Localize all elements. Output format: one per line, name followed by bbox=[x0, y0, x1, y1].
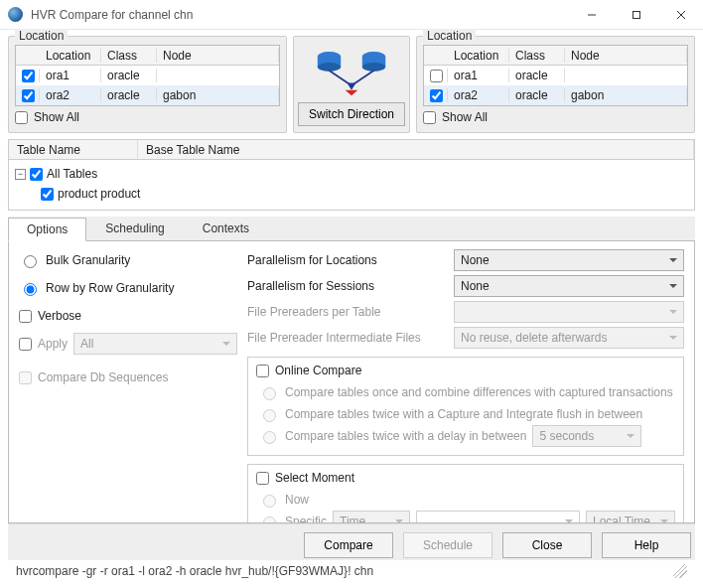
location-source-group: Location Location Class Node ora1 oracle… bbox=[8, 36, 287, 133]
svg-point-9 bbox=[362, 63, 385, 72]
oc-opt2-label: Compare tables twice with a Capture and … bbox=[285, 407, 642, 421]
location-source-row-check[interactable] bbox=[22, 89, 35, 102]
switch-direction-button[interactable]: Switch Direction bbox=[298, 102, 405, 126]
sm-tz-combo: Local Time bbox=[586, 511, 675, 523]
location-target-row[interactable]: ora2 oracle gabon bbox=[424, 85, 687, 105]
tab-options[interactable]: Options bbox=[8, 218, 86, 241]
location-source-showall-check[interactable] bbox=[15, 111, 28, 124]
minimize-button[interactable] bbox=[569, 0, 614, 29]
compare-db-seq-check bbox=[19, 371, 32, 384]
location-target-row-check[interactable] bbox=[430, 89, 443, 102]
file-prereaders-label: File Prereaders per Table bbox=[247, 305, 446, 319]
maximize-button[interactable] bbox=[614, 0, 658, 29]
file-prereader-int-label: File Prereader Intermediate Files bbox=[247, 331, 446, 345]
location-target-group: Location Location Class Node ora1 oracle… bbox=[416, 36, 695, 133]
command-line-bar: hvrcompare -gr -r ora1 -l ora2 -h oracle… bbox=[8, 560, 695, 584]
file-prereader-int-combo: No reuse, delete afterwards bbox=[454, 327, 684, 349]
location-target-showall-label: Show All bbox=[442, 110, 488, 124]
table-tree-root[interactable]: − All Tables bbox=[15, 164, 688, 184]
sm-now-label: Now bbox=[285, 493, 309, 507]
col-header-base-table[interactable]: Base Table Name bbox=[138, 140, 694, 159]
svg-line-11 bbox=[352, 71, 374, 84]
sm-time-combo: Time bbox=[333, 511, 410, 523]
online-compare-group: Online Compare Compare tables once and c… bbox=[247, 357, 684, 456]
help-button[interactable]: Help bbox=[602, 532, 691, 558]
tab-scheduling[interactable]: Scheduling bbox=[86, 217, 183, 240]
location-target-row[interactable]: ora1 oracle bbox=[424, 66, 687, 85]
location-source-legend: Location bbox=[15, 29, 68, 43]
verbose-label: Verbose bbox=[38, 309, 81, 323]
location-target-grid[interactable]: Location Class Node ora1 oracle ora2 ora… bbox=[423, 45, 688, 106]
location-source-row-check[interactable] bbox=[22, 70, 35, 82]
apply-label: Apply bbox=[38, 337, 68, 351]
close-button[interactable] bbox=[658, 0, 703, 29]
col-header-node[interactable]: Node bbox=[565, 49, 687, 63]
verbose-check[interactable] bbox=[19, 310, 32, 323]
parallelism-locations-label: Parallelism for Locations bbox=[247, 253, 446, 267]
tab-contexts[interactable]: Contexts bbox=[184, 217, 268, 240]
svg-point-6 bbox=[318, 63, 341, 72]
resize-grip-icon[interactable] bbox=[673, 564, 687, 578]
sm-now-radio bbox=[263, 495, 276, 508]
location-target-legend: Location bbox=[423, 29, 476, 43]
select-moment-group: Select Moment Now Specific Time Local Ti… bbox=[247, 464, 684, 523]
direction-diagram-icon bbox=[298, 43, 405, 98]
oc-opt2-radio bbox=[263, 409, 276, 422]
apply-check[interactable] bbox=[19, 338, 32, 351]
location-source-row[interactable]: ora1 oracle bbox=[16, 66, 279, 85]
select-moment-label: Select Moment bbox=[275, 471, 354, 485]
bulk-granularity-label: Bulk Granularity bbox=[46, 253, 130, 267]
tables-panel: Table Name Base Table Name − All Tables … bbox=[8, 139, 695, 211]
app-icon bbox=[8, 7, 23, 22]
oc-opt3-radio bbox=[263, 431, 276, 444]
compare-button[interactable]: Compare bbox=[304, 532, 393, 558]
online-compare-check[interactable] bbox=[256, 365, 269, 377]
tree-collapse-icon[interactable]: − bbox=[15, 169, 26, 180]
sm-specific-label: Specific bbox=[285, 514, 327, 523]
parallelism-locations-combo[interactable]: None bbox=[454, 249, 684, 271]
oc-opt1-label: Compare tables once and combine differen… bbox=[285, 385, 673, 399]
row-granularity-label: Row by Row Granularity bbox=[46, 281, 174, 295]
svg-rect-1 bbox=[633, 11, 639, 18]
parallelism-sessions-label: Parallelism for Sessions bbox=[247, 279, 446, 293]
table-tree-root-check[interactable] bbox=[30, 168, 43, 181]
svg-line-10 bbox=[330, 71, 352, 84]
online-compare-label: Online Compare bbox=[275, 364, 361, 377]
location-target-row-check[interactable] bbox=[430, 70, 443, 82]
titlebar: HVR Compare for channel chn bbox=[0, 0, 703, 30]
location-source-row[interactable]: ora2 oracle gabon bbox=[16, 85, 279, 105]
svg-marker-12 bbox=[348, 83, 356, 90]
switch-direction-panel: Switch Direction bbox=[293, 36, 410, 133]
oc-opt3-label: Compare tables twice with a delay in bet… bbox=[285, 429, 526, 443]
table-tree-item-check[interactable] bbox=[41, 188, 54, 201]
row-granularity-radio[interactable] bbox=[24, 283, 37, 296]
col-header-node[interactable]: Node bbox=[157, 49, 279, 63]
location-source-showall-label: Show All bbox=[34, 110, 79, 124]
col-header-class[interactable]: Class bbox=[101, 49, 157, 63]
location-source-grid[interactable]: Location Class Node ora1 oracle ora2 ora… bbox=[15, 45, 280, 106]
apply-combo[interactable]: All bbox=[73, 333, 237, 355]
select-moment-check[interactable] bbox=[256, 472, 269, 485]
col-header-table-name[interactable]: Table Name bbox=[9, 140, 138, 159]
col-header-location[interactable]: Location bbox=[448, 49, 509, 63]
table-tree-item[interactable]: product product bbox=[15, 184, 688, 204]
parallelism-sessions-combo[interactable]: None bbox=[454, 275, 684, 297]
window-title: HVR Compare for channel chn bbox=[31, 8, 569, 22]
file-prereaders-combo bbox=[454, 301, 684, 323]
schedule-button: Schedule bbox=[403, 532, 492, 558]
tabs: Options Scheduling Contexts bbox=[8, 217, 695, 241]
col-header-location[interactable]: Location bbox=[40, 49, 101, 63]
sm-value-combo bbox=[416, 511, 580, 523]
svg-marker-13 bbox=[346, 90, 358, 95]
location-target-showall-check[interactable] bbox=[423, 111, 436, 124]
tab-page-options: Bulk Granularity Row by Row Granularity … bbox=[8, 241, 695, 523]
close-dialog-button[interactable]: Close bbox=[502, 532, 592, 558]
command-line-text: hvrcompare -gr -r ora1 -l ora2 -h oracle… bbox=[16, 564, 373, 578]
oc-delay-combo: 5 seconds bbox=[532, 425, 641, 447]
dialog-button-row: Compare Schedule Close Help bbox=[8, 523, 695, 560]
compare-db-seq-label: Compare Db Sequences bbox=[38, 370, 168, 384]
col-header-class[interactable]: Class bbox=[509, 49, 565, 63]
sm-specific-radio bbox=[263, 516, 276, 523]
bulk-granularity-radio[interactable] bbox=[24, 255, 37, 268]
oc-opt1-radio bbox=[263, 387, 276, 400]
